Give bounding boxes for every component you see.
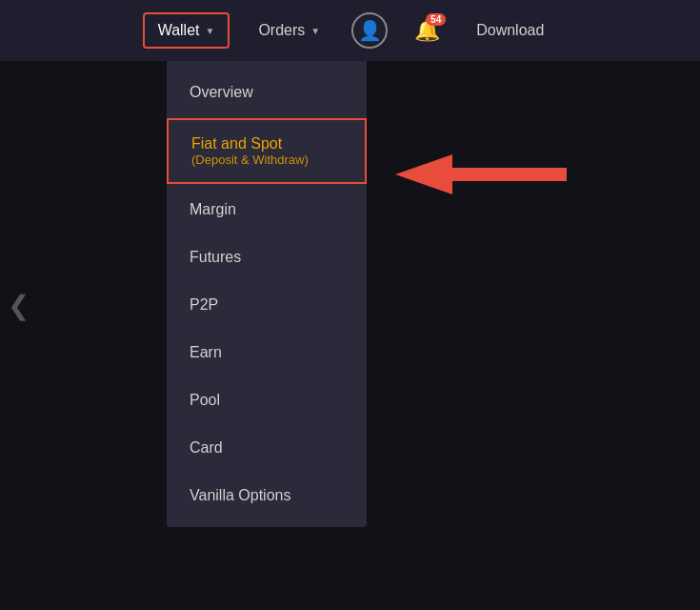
orders-chevron-icon: ▼ [310, 26, 320, 36]
wallet-label: Wallet [158, 22, 200, 39]
dropdown-item-overview[interactable]: Overview [167, 69, 367, 116]
nav-orders[interactable]: Orders ▼ [245, 14, 333, 47]
wallet-chevron-icon: ▼ [205, 26, 214, 36]
wallet-dropdown: Overview Fiat and Spot (Deposit & Withdr… [167, 61, 367, 527]
notification-badge: 54 [426, 13, 446, 26]
dropdown-item-futures[interactable]: Futures [167, 234, 367, 281]
orders-label: Orders [258, 22, 305, 39]
dropdown-item-vanilla-options[interactable]: Vanilla Options [167, 472, 367, 519]
sidebar-arrow: ❮ [0, 274, 37, 336]
fiat-spot-subtitle: (Deposit & Withdraw) [191, 152, 342, 167]
margin-label: Margin [190, 201, 236, 217]
fiat-spot-title: Fiat and Spot [191, 135, 342, 152]
notifications-button[interactable]: 🔔 54 [406, 10, 448, 51]
avatar-button[interactable]: 👤 [349, 10, 390, 51]
svg-rect-0 [452, 168, 567, 181]
card-label: Card [190, 439, 223, 456]
nav-wallet[interactable]: Wallet ▼ [143, 12, 230, 49]
arrow-svg [395, 141, 595, 208]
svg-marker-1 [395, 154, 452, 194]
futures-label: Futures [190, 249, 241, 265]
download-label: Download [476, 22, 544, 39]
arrow-indicator [395, 141, 595, 208]
dropdown-item-fiat-spot[interactable]: Fiat and Spot (Deposit & Withdraw) [167, 118, 367, 184]
dropdown-item-margin[interactable]: Margin [167, 186, 367, 234]
navbar: Wallet ▼ Orders ▼ 👤 🔔 54 Download [0, 0, 700, 61]
nav-download[interactable]: Download [463, 14, 557, 47]
avatar: 👤 [351, 12, 388, 49]
dropdown-item-pool[interactable]: Pool [167, 376, 367, 424]
dropdown-item-p2p[interactable]: P2P [167, 281, 367, 329]
overview-label: Overview [190, 84, 253, 100]
vanilla-options-label: Vanilla Options [190, 487, 290, 503]
dropdown-item-earn[interactable]: Earn [167, 329, 367, 376]
dropdown-item-card[interactable]: Card [167, 424, 367, 472]
earn-label: Earn [190, 344, 222, 360]
p2p-label: P2P [190, 296, 218, 313]
pool-label: Pool [190, 392, 220, 408]
